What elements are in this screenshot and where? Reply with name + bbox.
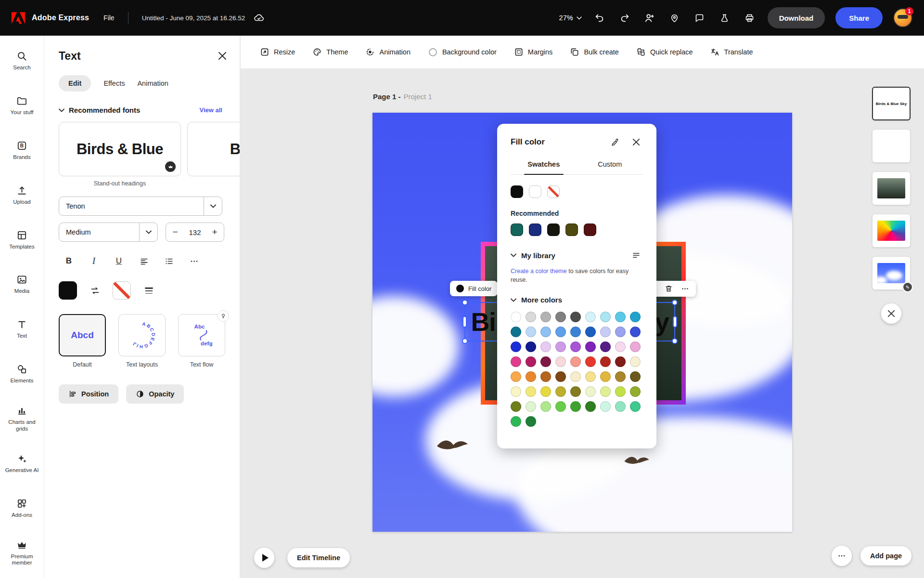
color-swatch[interactable] bbox=[526, 312, 536, 322]
color-swatch[interactable] bbox=[540, 312, 551, 322]
color-swatch[interactable] bbox=[526, 371, 536, 382]
sidebar-item-brands[interactable]: B Brands bbox=[0, 128, 44, 173]
color-swatch[interactable] bbox=[615, 356, 626, 367]
fill-color-chip[interactable]: Fill color bbox=[450, 281, 498, 296]
color-swatch[interactable] bbox=[585, 342, 596, 352]
page-thumbnail-4[interactable] bbox=[872, 214, 911, 248]
color-swatch[interactable] bbox=[511, 327, 521, 337]
account-avatar[interactable]: 1 bbox=[893, 8, 912, 27]
color-swatch[interactable] bbox=[570, 371, 581, 382]
font-size-decrease-button[interactable]: − bbox=[166, 223, 184, 241]
more-format-options-button[interactable] bbox=[184, 252, 204, 270]
play-button[interactable] bbox=[254, 548, 274, 568]
position-button[interactable]: Position bbox=[59, 384, 118, 404]
color-swatch[interactable] bbox=[540, 342, 551, 352]
color-swatch[interactable] bbox=[511, 356, 521, 367]
add-collaborator-icon[interactable] bbox=[642, 11, 657, 25]
recommended-color-swatch[interactable] bbox=[565, 223, 578, 236]
page-thumbnail-3[interactable] bbox=[872, 171, 911, 205]
color-swatch[interactable] bbox=[570, 401, 581, 412]
resize-handle-left[interactable] bbox=[462, 316, 467, 328]
sidebar-item-templates[interactable]: Templates bbox=[0, 217, 44, 262]
color-swatch[interactable] bbox=[540, 371, 551, 382]
recommended-color-swatch[interactable] bbox=[584, 223, 596, 236]
page-thumbnail-2[interactable] bbox=[872, 129, 911, 163]
quick-replace-button[interactable]: Quick replace bbox=[636, 47, 693, 57]
sidebar-item-premium[interactable]: Premium member bbox=[0, 530, 44, 575]
beaker-icon[interactable] bbox=[718, 11, 732, 25]
color-swatch[interactable] bbox=[511, 401, 521, 412]
color-swatch[interactable] bbox=[600, 386, 611, 397]
recommended-color-swatch[interactable] bbox=[547, 223, 560, 236]
font-weight-select[interactable]: Medium bbox=[59, 223, 158, 242]
sidebar-item-charts-and-grids[interactable]: Charts and grids bbox=[0, 396, 44, 441]
color-swatch[interactable] bbox=[555, 371, 566, 382]
color-swatch[interactable] bbox=[585, 312, 596, 322]
color-swatch[interactable] bbox=[540, 327, 551, 337]
align-button[interactable] bbox=[134, 252, 154, 270]
margins-button[interactable]: Margins bbox=[514, 47, 553, 57]
file-menu[interactable]: File bbox=[103, 14, 115, 22]
color-swatch[interactable] bbox=[570, 356, 581, 367]
color-swatch[interactable] bbox=[570, 327, 581, 337]
color-swatch[interactable] bbox=[526, 327, 536, 337]
recommended-color-swatch[interactable] bbox=[511, 223, 523, 236]
color-swatch[interactable] bbox=[555, 386, 566, 397]
resize-button[interactable]: Resize bbox=[260, 47, 295, 57]
color-swatch[interactable] bbox=[570, 386, 581, 397]
page-thumbnail-1[interactable]: Birds & Blue Sky bbox=[872, 87, 911, 120]
color-swatch[interactable] bbox=[615, 401, 626, 412]
color-swatch[interactable] bbox=[555, 312, 566, 322]
swap-colors-button[interactable] bbox=[85, 282, 105, 299]
text-fill-color-swatch[interactable] bbox=[59, 281, 77, 300]
color-swatch[interactable] bbox=[585, 327, 596, 337]
canvas-more-button[interactable] bbox=[832, 546, 852, 566]
create-color-theme-link[interactable]: Create a color theme bbox=[511, 268, 567, 275]
color-swatch[interactable] bbox=[511, 371, 521, 382]
sidebar-item-add-ons[interactable]: Add-ons bbox=[0, 486, 44, 530]
color-swatch[interactable] bbox=[540, 356, 551, 367]
color-swatch[interactable] bbox=[600, 356, 611, 367]
color-swatch[interactable] bbox=[630, 342, 641, 352]
share-button[interactable]: Share bbox=[835, 7, 883, 28]
color-swatch[interactable] bbox=[570, 342, 581, 352]
sidebar-item-text[interactable]: Text bbox=[0, 307, 44, 352]
tab-swatches[interactable]: Swatches bbox=[511, 160, 577, 174]
animation-button[interactable]: Animation bbox=[365, 47, 410, 57]
color-swatch[interactable] bbox=[630, 401, 641, 412]
recommended-color-swatch[interactable] bbox=[529, 223, 541, 236]
sidebar-item-upload[interactable]: Upload bbox=[0, 172, 44, 217]
zoom-control[interactable]: 27% bbox=[559, 14, 582, 22]
bold-button[interactable]: B bbox=[59, 252, 79, 270]
color-swatch[interactable] bbox=[600, 401, 611, 412]
swatch-black[interactable] bbox=[511, 185, 523, 198]
library-menu-button[interactable] bbox=[629, 249, 643, 262]
opacity-button[interactable]: Opacity bbox=[126, 384, 184, 404]
color-swatch[interactable] bbox=[526, 416, 536, 427]
add-page-button[interactable]: Add page bbox=[860, 546, 911, 565]
color-swatch[interactable] bbox=[511, 312, 521, 322]
color-swatch[interactable] bbox=[526, 386, 536, 397]
background-color-button[interactable]: Background color bbox=[428, 47, 497, 57]
color-swatch[interactable] bbox=[585, 371, 596, 382]
comments-icon[interactable] bbox=[693, 11, 707, 25]
print-icon[interactable] bbox=[743, 11, 757, 25]
color-swatch[interactable] bbox=[585, 401, 596, 412]
theme-button[interactable]: Theme bbox=[312, 47, 348, 57]
color-swatch[interactable] bbox=[526, 356, 536, 367]
font-family-select[interactable]: Tenon bbox=[59, 197, 222, 216]
more-colors-toggle[interactable]: More colors bbox=[511, 296, 562, 304]
color-swatch[interactable] bbox=[511, 416, 521, 427]
color-swatch[interactable] bbox=[615, 386, 626, 397]
sidebar-item-elements[interactable]: Elements bbox=[0, 352, 44, 396]
color-swatch[interactable] bbox=[526, 342, 536, 352]
resize-handle[interactable] bbox=[672, 300, 678, 305]
color-swatch[interactable] bbox=[555, 401, 566, 412]
resize-handle[interactable] bbox=[462, 338, 468, 344]
view-all-link[interactable]: View all bbox=[200, 106, 222, 114]
color-swatch[interactable] bbox=[600, 312, 611, 322]
color-swatch[interactable] bbox=[630, 312, 641, 322]
sidebar-item-generative-ai[interactable]: Generative AI bbox=[0, 441, 44, 486]
style-card-text-flow[interactable]: Abcdefg bbox=[178, 314, 225, 356]
edit-timeline-button[interactable]: Edit Timeline bbox=[287, 548, 350, 567]
